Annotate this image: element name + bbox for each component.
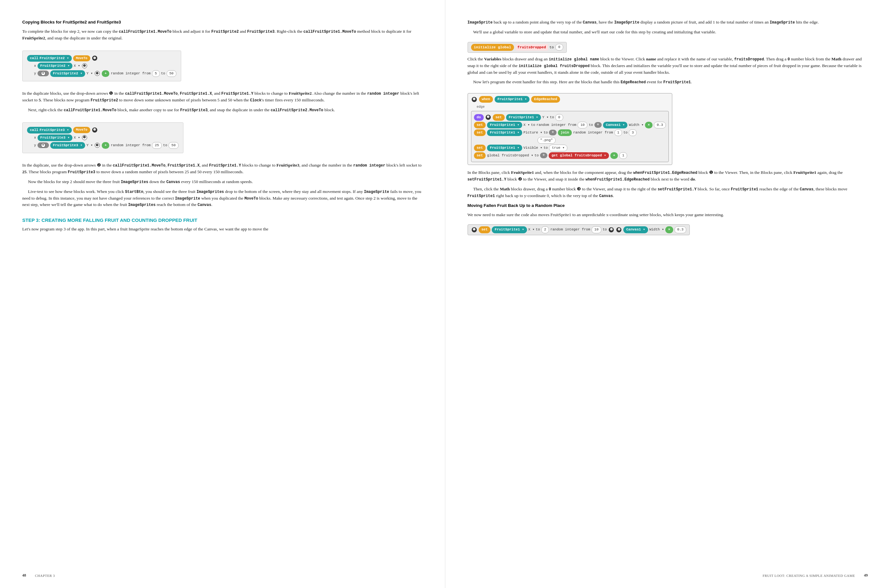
set-block-wide: ❶ set FruitSprite1 ▾ X ▾ to 2 random int… bbox=[468, 224, 690, 235]
para-left-1: To complete the blocks for step 2, we no… bbox=[22, 28, 423, 42]
section-para-right: We now need to make sure the code also m… bbox=[468, 212, 868, 218]
para-right-4: Now let's program the event handler for … bbox=[468, 79, 868, 86]
para-left-5: Now the blocks for step 2 should move th… bbox=[22, 178, 423, 185]
block-diagram-2: call FruitSprite3 ▾ MoveTo ❸ x FruitSpri… bbox=[22, 118, 423, 158]
right-page: ImageSprite back up to a random point al… bbox=[445, 0, 890, 588]
para-left-2: In the duplicate blocks, use the drop-do… bbox=[22, 90, 423, 104]
block-diagram-1: call FruitSprite2 ▾ MoveTo ❶ x FruitSpri… bbox=[22, 46, 423, 86]
para-right-3: Click the Variables blocks drawer and dr… bbox=[468, 56, 868, 76]
step-para: Let's now program step 3 of the app. In … bbox=[22, 226, 423, 232]
init-global-block: initialize global fruitsDropped to 0 bbox=[468, 42, 567, 53]
when-do-block: ❶ when FruitSprite1 ▾ EdgeReached edge d… bbox=[468, 93, 672, 165]
para-left-3: Next, right-click the callFruitSprite1.M… bbox=[22, 107, 423, 114]
para-left-4: In the duplicate, use the drop-down arro… bbox=[22, 162, 423, 176]
para-right-5: In the Blocks pane, click FruitSprite1 a… bbox=[468, 170, 868, 183]
page-spread: Copying Blocks for FruitSprite2 and Frui… bbox=[0, 0, 890, 588]
page-number-right: 49 bbox=[864, 572, 868, 579]
step-heading: STEP 3: CREATING MORE FALLING FRUIT AND … bbox=[22, 217, 423, 224]
para-left-6: Live-test to see how these blocks work. … bbox=[22, 189, 423, 208]
left-page: Copying Blocks for FruitSprite2 and Frui… bbox=[0, 0, 445, 588]
para-right-2: We'll use a global variable to store and… bbox=[468, 29, 868, 36]
section-heading-right: Moving Fallen Fruit Back Up to a Random … bbox=[468, 202, 868, 209]
page-number-left: 48 bbox=[22, 572, 26, 579]
chapter-label-left: CHAPTER 3 bbox=[35, 573, 55, 579]
para-right-1: ImageSprite back up to a random point al… bbox=[468, 19, 868, 26]
section-heading-left: Copying Blocks for FruitSprite2 and Frui… bbox=[22, 19, 423, 26]
chapter-label-right: FRUIT LOOT: CREATING A SIMPLE ANIMATED G… bbox=[762, 573, 855, 579]
para-right-6: Then, click the Math blocks drawer, drag… bbox=[468, 186, 868, 199]
